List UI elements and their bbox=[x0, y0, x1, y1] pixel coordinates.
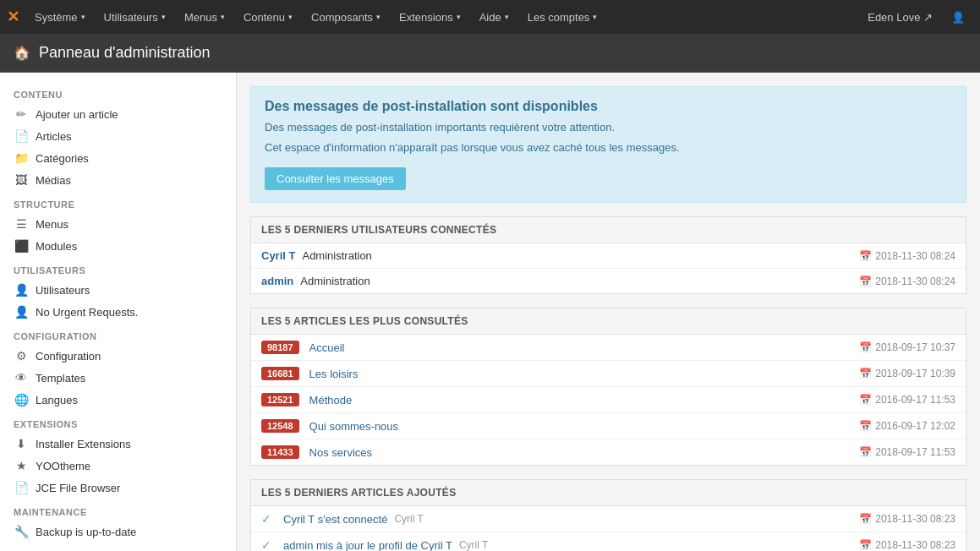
user-row-right: 📅 2018-11-30 08:24 bbox=[859, 276, 955, 287]
sidebar-item-langues[interactable]: 🌐 Langues bbox=[0, 389, 236, 411]
nav-contenu[interactable]: Contenu ▾ bbox=[235, 0, 301, 34]
sidebar-section-utilisateurs: UTILISATEURS bbox=[0, 257, 236, 279]
chevron-down-icon: ▾ bbox=[81, 13, 85, 21]
calendar-icon: 📅 bbox=[859, 368, 872, 379]
chevron-down-icon: ▾ bbox=[376, 13, 381, 21]
nav-utilisateurs[interactable]: Utilisateurs ▾ bbox=[96, 0, 174, 34]
sidebar-item-backup[interactable]: 🔧 Backup is up-to-date bbox=[0, 521, 236, 543]
sidebar: CONTENU ✏ Ajouter un article 📄 Articles … bbox=[0, 73, 237, 551]
table-row: 12521 Méthode 📅 2016-09-17 11:53 bbox=[251, 387, 966, 413]
article-row-left: 12548 Qui sommes-nous bbox=[261, 419, 859, 433]
article-title[interactable]: Les loisirs bbox=[309, 368, 359, 380]
chevron-down-icon: ▾ bbox=[162, 13, 166, 21]
article-row-right: 📅 2016-09-17 11:53 bbox=[859, 394, 955, 406]
article-date: 2018-09-17 10:39 bbox=[875, 368, 955, 379]
home-icon: 🏠 bbox=[14, 45, 30, 61]
nav-menu: Système ▾ Utilisateurs ▾ Menus ▾ Contenu… bbox=[26, 0, 859, 34]
article-date: 2018-09-17 11:53 bbox=[875, 446, 955, 458]
sidebar-item-templates[interactable]: 👁 Templates bbox=[0, 367, 236, 389]
file-browser-icon: 📄 bbox=[14, 481, 29, 494]
admin-header: 🏠 Panneau d'administration bbox=[0, 34, 980, 73]
sidebar-item-installer[interactable]: ⬇ Installer Extensions bbox=[0, 433, 236, 455]
article-title[interactable]: Nos services bbox=[309, 446, 372, 459]
calendar-icon: 📅 bbox=[859, 513, 872, 525]
sidebar-item-utilisateurs[interactable]: 👤 Utilisateurs bbox=[0, 279, 236, 301]
user-role: Administration bbox=[300, 275, 370, 287]
alert-line2: Cet espace d'information n'apparaît pas … bbox=[265, 139, 952, 156]
panel-recent: LES 5 DERNIERS ARTICLES AJOUTÉS ✓ Cyril … bbox=[250, 479, 966, 551]
article-title[interactable]: Accueil bbox=[309, 341, 345, 354]
menu-icon: ☰ bbox=[14, 217, 29, 231]
wrench-icon: 🔧 bbox=[14, 525, 29, 538]
sidebar-section-structure: STRUCTURE bbox=[0, 191, 236, 213]
recent-row-left: ✓ Cyril T s'est connecté Cyril T bbox=[261, 512, 859, 526]
main-layout: CONTENU ✏ Ajouter un article 📄 Articles … bbox=[0, 73, 980, 551]
check-icon: ✓ bbox=[261, 512, 271, 526]
sidebar-item-ajouter-article[interactable]: ✏ Ajouter un article bbox=[0, 103, 236, 125]
media-icon: 🖼 bbox=[14, 173, 29, 187]
sidebar-item-configuration[interactable]: ⚙ Configuration bbox=[0, 345, 236, 367]
user-area: Eden Love ↗ 👤 bbox=[859, 0, 973, 34]
table-row: 11433 Nos services 📅 2018-09-17 11:53 bbox=[251, 439, 966, 465]
recent-main[interactable]: Cyril T s'est connecté bbox=[283, 513, 387, 526]
user-profile-link[interactable]: Eden Love ↗ bbox=[859, 0, 941, 34]
user-menu-button[interactable]: 👤 bbox=[943, 0, 973, 34]
table-row: ✓ admin mis à jour le profil de Cyril T … bbox=[251, 532, 966, 551]
sidebar-section-contenu: CONTENU bbox=[0, 81, 236, 103]
recent-sub: Cyril T bbox=[459, 539, 488, 551]
sidebar-item-yootheme[interactable]: ★ YOOtheme bbox=[0, 455, 236, 477]
user-date: 2018-11-30 08:24 bbox=[875, 276, 955, 287]
user-name[interactable]: admin bbox=[261, 275, 293, 287]
nav-menus[interactable]: Menus ▾ bbox=[176, 0, 233, 34]
nav-aide[interactable]: Aide ▾ bbox=[471, 0, 517, 34]
alert-line1: Des messages de post-installation import… bbox=[265, 119, 952, 136]
table-row: 98187 Accueil 📅 2018-09-17 10:37 bbox=[251, 335, 966, 361]
user-role: Administration bbox=[302, 249, 371, 262]
panel-users-header: LES 5 DERNIERS UTILISATEURS CONNECTÉS bbox=[251, 217, 966, 243]
recent-row-left: ✓ admin mis à jour le profil de Cyril T … bbox=[261, 538, 859, 551]
article-count-badge: 16681 bbox=[261, 367, 299, 380]
user-name[interactable]: Cyril T bbox=[261, 249, 295, 262]
article-row-left: 12521 Méthode bbox=[261, 393, 859, 406]
alert-title: Des messages de post-installation sont d… bbox=[265, 99, 952, 114]
calendar-icon: 📅 bbox=[859, 539, 872, 551]
nav-systeme[interactable]: Système ▾ bbox=[26, 0, 94, 34]
calendar-icon: 📅 bbox=[859, 276, 872, 287]
sidebar-item-modules[interactable]: ⬛ Modules bbox=[0, 235, 236, 257]
user-row-left: admin Administration bbox=[261, 275, 859, 287]
article-title[interactable]: Méthode bbox=[309, 394, 353, 406]
gear-icon: ⚙ bbox=[14, 349, 29, 363]
recent-main[interactable]: admin mis à jour le profil de Cyril T bbox=[283, 539, 452, 552]
article-row-right: 📅 2018-09-17 10:39 bbox=[859, 368, 955, 379]
sidebar-item-categories[interactable]: 📁 Catégories bbox=[0, 147, 236, 169]
folder-icon: 📁 bbox=[14, 151, 29, 165]
sidebar-item-no-urgent[interactable]: 👤 No Urgent Requests. bbox=[0, 301, 236, 323]
nav-comptes[interactable]: Les comptes ▾ bbox=[519, 0, 606, 34]
nav-composants[interactable]: Composants ▾ bbox=[303, 0, 389, 34]
recent-date: 2018-11-30 08:23 bbox=[875, 513, 955, 525]
sidebar-item-articles[interactable]: 📄 Articles bbox=[0, 125, 236, 147]
table-row: Cyril T Administration 📅 2018-11-30 08:2… bbox=[251, 243, 966, 269]
consult-messages-button[interactable]: Consulter les messages bbox=[265, 167, 406, 190]
table-row: ✓ Cyril T s'est connecté Cyril T 📅 2018-… bbox=[251, 506, 966, 532]
table-row: admin Administration 📅 2018-11-30 08:24 bbox=[251, 269, 966, 293]
article-count-badge: 12548 bbox=[261, 419, 299, 433]
article-title[interactable]: Qui sommes-nous bbox=[309, 420, 398, 433]
article-row-right: 📅 2016-09-17 12:02 bbox=[859, 420, 955, 432]
nav-extensions[interactable]: Extensions ▾ bbox=[391, 0, 469, 34]
calendar-icon: 📅 bbox=[859, 250, 872, 262]
main-content: Des messages de post-installation sont d… bbox=[237, 73, 980, 551]
panel-articles: LES 5 ARTICLES LES PLUS CONSULTÉS 98187 … bbox=[250, 308, 966, 466]
sidebar-item-medias[interactable]: 🖼 Médias bbox=[0, 169, 236, 191]
recent-row-right: 📅 2018-11-30 08:23 bbox=[859, 539, 955, 551]
top-navigation: ✕ Système ▾ Utilisateurs ▾ Menus ▾ Conte… bbox=[0, 0, 980, 34]
logo-icon: ✕ bbox=[7, 8, 19, 26]
recent-date: 2018-11-30 08:23 bbox=[875, 539, 955, 551]
sidebar-item-jce[interactable]: 📄 JCE File Browser bbox=[0, 477, 236, 499]
edit-icon: ✏ bbox=[14, 107, 29, 121]
sidebar-item-menus[interactable]: ☰ Menus bbox=[0, 213, 236, 235]
user-date: 2018-11-30 08:24 bbox=[875, 250, 955, 262]
article-date: 2016-09-17 12:02 bbox=[875, 420, 955, 432]
user-row-right: 📅 2018-11-30 08:24 bbox=[859, 250, 955, 262]
chevron-down-icon: ▾ bbox=[288, 13, 293, 21]
